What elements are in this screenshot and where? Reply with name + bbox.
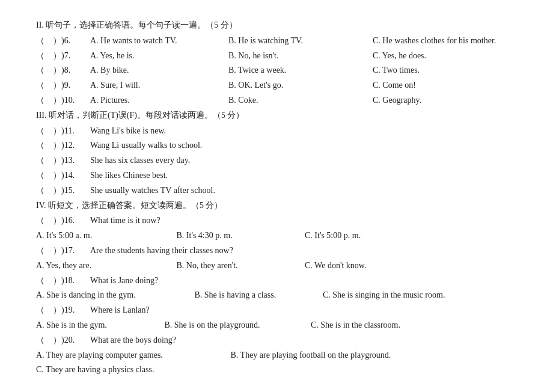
- question-9-row: （ ）)9. A. Sure, I will. B. OK. Let's go.…: [36, 78, 517, 93]
- question-19-num: （ ）)19.: [36, 303, 90, 317]
- question-16-answers: A. It's 5:00 a. m. B. It's 4:30 p. m. C.…: [36, 228, 517, 243]
- question-8-optA: A. By bike.: [90, 63, 228, 78]
- question-9-optB: B. OK. Let's go.: [228, 78, 373, 93]
- question-12-num: （ ）)12.: [36, 138, 90, 153]
- question-18-text: What is Jane doing?: [90, 274, 158, 288]
- question-20-optB: B. They are playing football on the play…: [231, 348, 391, 363]
- question-19-optA: A. She is in the gym.: [36, 318, 156, 332]
- question-10-optA: A. Pictures.: [90, 93, 228, 108]
- question-17-optB: B. No, they aren't.: [159, 259, 303, 273]
- question-8-row: （ ）)8. A. By bike. B. Twice a week. C. T…: [36, 63, 517, 78]
- question-14-text: She likes Chinese best.: [90, 168, 168, 183]
- question-19-answers: A. She is in the gym. B. She is on the p…: [36, 318, 517, 332]
- question-20-optC: C. They are having a physics class.: [36, 365, 154, 374]
- question-14-num: （ ）)14.: [36, 168, 90, 183]
- question-6-num: （ ）)6.: [36, 34, 90, 48]
- question-18-optB: B. She is having a class.: [189, 288, 321, 302]
- question-8-optB: B. Twice a week.: [228, 63, 373, 78]
- question-9-num: （ ）)9.: [36, 78, 90, 93]
- question-20-answers: A. They are playing computer games. B. T…: [36, 348, 517, 363]
- section-4: IV. 听短文，选择正确答案。短文读两遍。（5 分） （ ）)16. What …: [36, 198, 517, 378]
- question-7-num: （ ）)7.: [36, 49, 90, 63]
- question-16-optC: C. It's 5:00 p. m.: [305, 228, 361, 243]
- section-4-title: IV. 听短文，选择正确答案。短文读两遍。（5 分）: [36, 198, 517, 213]
- question-7-optA: A. Yes, he is.: [90, 49, 228, 63]
- question-10-num: （ ）)10.: [36, 93, 90, 108]
- question-18-optA: A. She is dancing in the gym.: [36, 288, 186, 302]
- question-18-row: （ ）)18. What is Jane doing?: [36, 274, 517, 288]
- question-9-optC: C. Come on!: [373, 78, 493, 93]
- question-11-text: Wang Li's bike is new.: [90, 124, 166, 138]
- question-16-optB: B. It's 4:30 p. m.: [159, 228, 303, 243]
- question-13-num: （ ）)13.: [36, 153, 90, 168]
- section-2-title: II. 听句子，选择正确答语。每个句子读一遍。（5 分）: [36, 18, 517, 32]
- question-6-optA: A. He wants to watch TV.: [90, 34, 228, 48]
- question-13-text: She has six classes every day.: [90, 153, 190, 168]
- question-15-text: She usually watches TV after school.: [90, 183, 215, 198]
- section-3-title: III. 听对话，判断正(T)误(F)。每段对话读两遍。（5 分）: [36, 108, 517, 123]
- question-17-answers: A. Yes, they are. B. No, they aren't. C.…: [36, 259, 517, 273]
- question-12-text: Wang Li usually walks to school.: [90, 138, 202, 153]
- question-15-row: （ ）)15. She usually watches TV after sch…: [36, 183, 517, 198]
- question-6-optC: C. He washes clothes for his mother.: [373, 34, 496, 48]
- question-12-row: （ ）)12. Wang Li usually walks to school.: [36, 138, 517, 153]
- question-10-row: （ ）)10. A. Pictures. B. Coke. C. Geograp…: [36, 93, 517, 108]
- question-8-num: （ ）)8.: [36, 63, 90, 78]
- question-19-text: Where is Lanlan?: [90, 303, 150, 317]
- question-17-row: （ ）)17. Are the students having their cl…: [36, 243, 517, 258]
- question-8-optC: C. Two times.: [373, 63, 493, 78]
- question-14-row: （ ）)14. She likes Chinese best.: [36, 168, 517, 183]
- question-20-optA: A. They are playing computer games.: [36, 348, 228, 363]
- question-13-row: （ ）)13. She has six classes every day.: [36, 153, 517, 168]
- section-2: II. 听句子，选择正确答语。每个句子读一遍。（5 分） （ ）)6. A. H…: [36, 18, 517, 108]
- question-20-row: （ ）)20. What are the boys doing?: [36, 333, 517, 348]
- question-19-row: （ ）)19. Where is Lanlan?: [36, 303, 517, 317]
- question-16-num: （ ）)16.: [36, 213, 90, 228]
- question-19-optB: B. She is on the playground.: [159, 318, 309, 332]
- question-10-optC: C. Geography.: [373, 93, 493, 108]
- question-11-num: （ ）)11.: [36, 124, 90, 138]
- question-16-row: （ ）)16. What time is it now?: [36, 213, 517, 228]
- question-6-optB: B. He is watching TV.: [228, 34, 373, 48]
- question-16-text: What time is it now?: [90, 213, 160, 228]
- question-10-optB: B. Coke.: [228, 93, 373, 108]
- question-17-text: Are the students having their classes no…: [90, 243, 233, 258]
- question-18-num: （ ）)18.: [36, 274, 90, 288]
- question-15-num: （ ）)15.: [36, 183, 90, 198]
- question-17-num: （ ）)17.: [36, 243, 90, 258]
- section-3: III. 听对话，判断正(T)误(F)。每段对话读两遍。（5 分） （ ）)11…: [36, 108, 517, 198]
- question-20-optC-line: C. They are having a physics class.: [36, 363, 517, 377]
- question-16-optA: A. It's 5:00 a. m.: [36, 228, 156, 243]
- question-18-optC: C. She is singing in the music room.: [323, 288, 445, 302]
- question-20-num: （ ）)20.: [36, 333, 90, 348]
- question-9-optA: A. Sure, I will.: [90, 78, 228, 93]
- question-19-optC: C. She is in the classroom.: [311, 318, 400, 332]
- question-6-row: （ ）)6. A. He wants to watch TV. B. He is…: [36, 34, 517, 48]
- question-17-optA: A. Yes, they are.: [36, 259, 156, 273]
- question-20-text: What are the boys doing?: [90, 333, 176, 348]
- question-7-row: （ ）)7. A. Yes, he is. B. No, he isn't. C…: [36, 49, 517, 63]
- question-11-row: （ ）)11. Wang Li's bike is new.: [36, 124, 517, 138]
- question-17-optC: C. We don't know.: [305, 259, 367, 273]
- question-7-optB: B. No, he isn't.: [228, 49, 373, 63]
- question-18-answers: A. She is dancing in the gym. B. She is …: [36, 288, 517, 302]
- question-7-optC: C. Yes, he does.: [373, 49, 493, 63]
